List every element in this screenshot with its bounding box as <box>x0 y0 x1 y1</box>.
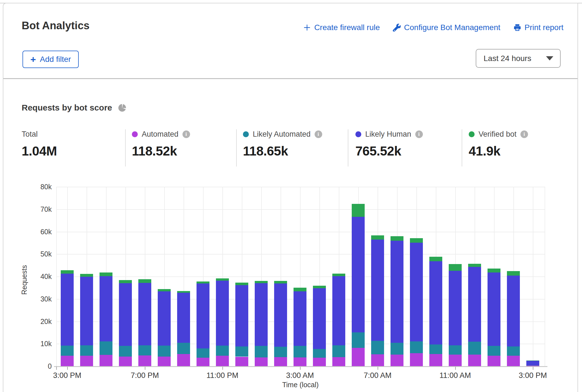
bar-6-likely-human[interactable] <box>177 293 190 343</box>
info-icon[interactable]: i <box>315 130 322 138</box>
bar-11-verified-bot[interactable] <box>274 281 287 283</box>
bar-18-verified-bot[interactable] <box>410 238 423 243</box>
bar-5-likely-human[interactable] <box>158 291 171 346</box>
bar-2-verified-bot[interactable] <box>100 272 112 276</box>
bar-19-verified-bot[interactable] <box>429 257 442 261</box>
bar-16-automated[interactable] <box>371 354 384 366</box>
bar-3-verified-bot[interactable] <box>119 280 132 283</box>
bar-22-verified-bot[interactable] <box>488 269 500 272</box>
info-icon[interactable]: i <box>520 130 528 138</box>
bar-4-verified-bot[interactable] <box>138 279 151 283</box>
bar-5-likely-automated[interactable] <box>158 346 171 356</box>
time-range-select[interactable]: Last 24 hours <box>476 49 561 68</box>
bar-17-verified-bot[interactable] <box>391 236 403 241</box>
bar-14-verified-bot[interactable] <box>332 274 345 276</box>
bar-12-likely-automated[interactable] <box>294 346 306 357</box>
bar-12-likely-human[interactable] <box>294 291 306 346</box>
bar-18-automated[interactable] <box>410 353 423 366</box>
bar-20-automated[interactable] <box>449 355 462 366</box>
bar-0-likely-human[interactable] <box>61 274 74 346</box>
bar-0-verified-bot[interactable] <box>61 270 74 273</box>
bar-21-verified-bot[interactable] <box>468 264 481 267</box>
add-filter-button[interactable]: + Add filter <box>22 51 79 68</box>
bar-9-verified-bot[interactable] <box>235 283 248 285</box>
bar-15-verified-bot[interactable] <box>352 204 365 217</box>
bar-12-automated[interactable] <box>294 357 306 366</box>
action-create-firewall-rule[interactable]: Create firewall rule <box>303 23 380 32</box>
bar-24-likely-human[interactable] <box>526 361 539 365</box>
bar-8-automated[interactable] <box>216 356 229 366</box>
bar-14-automated[interactable] <box>332 357 345 366</box>
bar-5-automated[interactable] <box>158 357 171 366</box>
bar-7-likely-automated[interactable] <box>197 348 209 358</box>
bar-5-verified-bot[interactable] <box>158 289 171 291</box>
bar-21-likely-human[interactable] <box>468 267 481 342</box>
bar-22-likely-automated[interactable] <box>488 346 500 355</box>
bar-15-automated[interactable] <box>352 348 365 366</box>
bar-10-verified-bot[interactable] <box>255 281 268 283</box>
bar-6-likely-automated[interactable] <box>177 343 190 354</box>
bar-20-verified-bot[interactable] <box>449 264 462 271</box>
bar-10-automated[interactable] <box>255 357 268 366</box>
bar-8-likely-automated[interactable] <box>216 346 229 356</box>
bar-3-likely-automated[interactable] <box>119 346 132 356</box>
bar-1-likely-automated[interactable] <box>80 345 93 356</box>
bar-10-likely-automated[interactable] <box>255 346 268 357</box>
bar-24-verified-bot[interactable] <box>526 361 539 361</box>
info-icon[interactable]: i <box>415 130 423 138</box>
bar-19-likely-automated[interactable] <box>429 344 442 354</box>
bar-19-likely-human[interactable] <box>429 261 442 344</box>
bar-8-verified-bot[interactable] <box>216 278 229 281</box>
bar-9-likely-human[interactable] <box>235 285 248 346</box>
bar-1-automated[interactable] <box>80 356 93 366</box>
bar-14-likely-automated[interactable] <box>332 345 345 357</box>
bar-15-likely-automated[interactable] <box>352 332 365 348</box>
bar-2-likely-human[interactable] <box>100 276 112 341</box>
bar-24-likely-automated[interactable] <box>526 365 539 366</box>
action-configure-bot-management[interactable]: Configure Bot Management <box>393 23 500 32</box>
bar-11-likely-automated[interactable] <box>274 347 287 357</box>
bar-6-verified-bot[interactable] <box>177 291 190 293</box>
bar-14-likely-human[interactable] <box>332 276 345 345</box>
bar-16-likely-automated[interactable] <box>371 341 384 354</box>
bar-3-automated[interactable] <box>119 357 132 366</box>
bar-19-automated[interactable] <box>429 354 442 366</box>
bar-21-automated[interactable] <box>468 355 481 366</box>
bar-2-automated[interactable] <box>100 355 112 366</box>
bar-11-likely-human[interactable] <box>274 283 287 347</box>
bar-12-verified-bot[interactable] <box>294 288 306 292</box>
bar-20-likely-automated[interactable] <box>449 345 462 355</box>
bar-21-likely-automated[interactable] <box>468 342 481 355</box>
bar-0-automated[interactable] <box>61 356 74 366</box>
action-print-report[interactable]: Print report <box>513 23 564 32</box>
bar-3-likely-human[interactable] <box>119 283 132 346</box>
bar-22-automated[interactable] <box>488 356 500 366</box>
bar-1-likely-human[interactable] <box>80 277 93 345</box>
bar-16-verified-bot[interactable] <box>371 235 384 240</box>
bar-17-likely-human[interactable] <box>391 241 403 343</box>
bar-20-likely-human[interactable] <box>449 271 462 345</box>
bar-23-automated[interactable] <box>507 356 520 366</box>
bar-18-likely-human[interactable] <box>410 243 423 342</box>
bar-16-likely-human[interactable] <box>371 240 384 341</box>
bar-24-automated[interactable] <box>526 366 539 366</box>
bar-9-likely-automated[interactable] <box>235 346 248 357</box>
bar-8-likely-human[interactable] <box>216 281 229 345</box>
bar-4-likely-human[interactable] <box>138 283 151 345</box>
bar-13-automated[interactable] <box>313 358 326 366</box>
bar-7-likely-human[interactable] <box>197 283 209 348</box>
bar-2-likely-automated[interactable] <box>100 341 112 355</box>
bar-1-verified-bot[interactable] <box>80 274 93 277</box>
bar-23-likely-automated[interactable] <box>507 346 520 356</box>
bar-0-likely-automated[interactable] <box>61 346 74 356</box>
bar-13-likely-automated[interactable] <box>313 349 326 358</box>
bar-7-verified-bot[interactable] <box>197 281 209 283</box>
info-icon[interactable]: i <box>182 130 190 138</box>
bar-4-likely-automated[interactable] <box>138 345 151 355</box>
bar-11-automated[interactable] <box>274 357 287 366</box>
bar-18-likely-automated[interactable] <box>410 341 423 353</box>
bar-17-likely-automated[interactable] <box>391 343 403 355</box>
bar-6-automated[interactable] <box>177 354 190 366</box>
bar-13-verified-bot[interactable] <box>313 286 326 288</box>
bar-10-likely-human[interactable] <box>255 283 268 346</box>
